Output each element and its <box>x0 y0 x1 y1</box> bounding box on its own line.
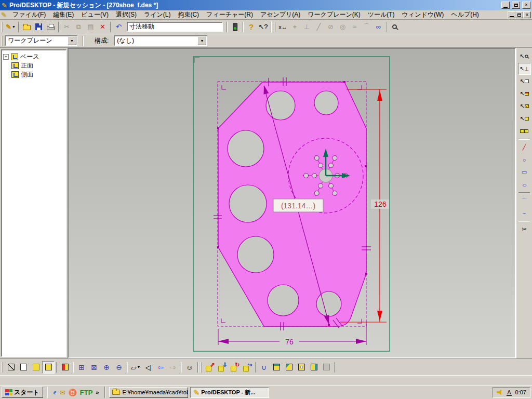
circle-tool-button[interactable]: ○ <box>518 154 531 166</box>
toolbar-grip[interactable] <box>274 22 275 32</box>
mold-feature-button[interactable]: ∪ <box>258 361 270 374</box>
tree-item-side[interactable]: 側面 <box>3 70 64 79</box>
restore-button[interactable] <box>512 2 520 9</box>
close-button[interactable]: × <box>522 2 530 9</box>
task-button-prodesktop[interactable]: ✎ Pro/DESKTOP - 新... <box>190 387 269 398</box>
draft-face-button[interactable] <box>308 361 320 374</box>
minimize-button[interactable] <box>501 2 510 9</box>
task-button-explorer[interactable]: E:¥home¥maeda¥cad¥rob... <box>109 387 188 398</box>
rectangle-tool-button[interactable]: ▭ <box>518 166 531 178</box>
mail-icon[interactable]: ✉ <box>60 389 65 396</box>
menu-view[interactable]: ビュー(V) <box>77 10 112 20</box>
display-section-button[interactable] <box>59 361 71 374</box>
hole-3[interactable] <box>228 130 264 167</box>
mdi-minimize-button[interactable] <box>508 11 515 18</box>
menu-file[interactable]: ファイル(F) <box>9 10 49 20</box>
display-shaded-button[interactable] <box>30 361 42 374</box>
arc-tool-button[interactable]: ⌒ <box>518 195 531 207</box>
select-components-button[interactable] <box>518 125 531 137</box>
display-wireframe-button[interactable] <box>5 361 17 374</box>
chevron-down-icon[interactable]: ▼ <box>68 36 76 45</box>
tree-item-base[interactable]: + ベース <box>3 52 64 61</box>
menu-window[interactable]: ウィンドウ(W) <box>398 10 448 20</box>
render-photo-button[interactable]: ☺ <box>183 361 196 374</box>
quick-launch-overflow-chevron[interactable]: » <box>96 389 99 395</box>
select-faces-button[interactable]: ↖ <box>518 88 531 100</box>
select-workplanes-button[interactable]: ↖ <box>518 75 531 87</box>
ime-indicator[interactable]: A <box>507 389 511 396</box>
interference-check-button[interactable] <box>229 21 241 33</box>
revolve-feature-button[interactable]: ↻ <box>229 361 241 374</box>
ellipse-tool-button[interactable]: ○ <box>518 179 531 191</box>
help-button[interactable]: ? <box>245 21 257 33</box>
expander-plus-icon[interactable]: + <box>3 54 9 60</box>
menu-constraint[interactable]: 拘束(C) <box>174 10 203 20</box>
print-button[interactable] <box>45 21 57 33</box>
line-tool-button[interactable]: ╱ <box>518 141 531 153</box>
chevron-down-icon[interactable]: ▼ <box>137 365 140 369</box>
zoom-tool-button[interactable] <box>389 21 401 33</box>
width-dimension-value[interactable]: 76 <box>285 338 294 346</box>
chamfer-edges-button[interactable] <box>283 361 295 374</box>
internet-explorer-icon[interactable]: e <box>54 388 57 396</box>
height-dimension-value[interactable]: 126 <box>374 200 387 208</box>
spline-tool-button[interactable]: ~ <box>518 207 531 219</box>
display-shaded-edges-button[interactable] <box>42 361 55 374</box>
toolbar-grip[interactable] <box>2 362 3 373</box>
extrude-feature-button[interactable]: ⇗ <box>204 361 216 374</box>
undo-button[interactable]: ↶ <box>113 21 125 33</box>
delete-button[interactable]: ✕ <box>97 21 109 33</box>
start-button[interactable]: スタート <box>2 387 43 398</box>
bull-app-icon[interactable]: ♉ <box>69 389 77 396</box>
menu-help[interactable]: ヘルプ(H) <box>447 10 483 20</box>
toolbar-grip[interactable] <box>2 36 3 46</box>
menu-feature[interactable]: フィーチャー(R) <box>203 10 257 20</box>
volume-icon[interactable] <box>497 390 503 395</box>
toolbar-grip[interactable] <box>201 362 202 373</box>
hole-6[interactable] <box>268 285 299 316</box>
ftp-icon[interactable]: FTP <box>80 389 93 396</box>
trim-tool-button[interactable]: ✂ <box>518 223 531 235</box>
configuration-combobox[interactable]: (なし) ▼ <box>114 35 207 46</box>
dimension-tool-button[interactable]: x↔ <box>277 21 289 33</box>
new-design-button[interactable]: ✎ ▼ <box>5 21 17 33</box>
select-solids-button[interactable]: ↖ <box>518 100 531 112</box>
hole-2[interactable] <box>314 91 338 115</box>
mdi-close-button[interactable]: × <box>523 11 531 18</box>
menu-assembly[interactable]: アセンブリ(A) <box>257 10 304 20</box>
hole-7[interactable] <box>316 291 341 316</box>
project-feature-button[interactable]: ⇩ <box>216 361 229 374</box>
sweep-feature-button[interactable]: ↪ <box>241 361 254 374</box>
look-at-button[interactable]: ◁ <box>142 361 154 374</box>
mdi-restore-button[interactable] <box>515 11 523 18</box>
select-lines-button[interactable]: ↖⊥ <box>518 63 531 75</box>
menu-edit[interactable]: 編集(E) <box>49 10 77 20</box>
menu-workplane[interactable]: ワークプレーン(K) <box>304 10 364 20</box>
display-hidden-line-button[interactable] <box>17 361 30 374</box>
shell-solid-button[interactable] <box>295 361 308 374</box>
tree-item-front[interactable]: 正面 <box>3 61 64 70</box>
save-button[interactable] <box>33 21 45 33</box>
menu-line[interactable]: ライン(L) <box>140 10 175 20</box>
document-icon[interactable]: ✎ <box>1 11 7 19</box>
drawing-canvas[interactable]: (131.14…) 126 76 <box>68 48 516 358</box>
constraint-link-button[interactable]: ∞ <box>373 21 384 33</box>
command-status-field[interactable] <box>127 22 223 32</box>
menu-select[interactable]: 選択(S) <box>112 10 140 20</box>
select-designs-button[interactable]: ↖ <box>518 50 531 62</box>
zoom-out-button[interactable]: ⊖ <box>113 361 125 374</box>
view-onto-workplane-button[interactable]: ▱▼ <box>129 361 142 374</box>
workplane-combobox[interactable]: ワークプレーン ▼ <box>5 35 77 46</box>
hole-5[interactable] <box>237 236 274 273</box>
zoom-selected-button[interactable]: ⊠ <box>88 361 100 374</box>
chevron-down-icon[interactable]: ▼ <box>197 36 206 45</box>
context-help-button[interactable]: ↖? <box>257 21 269 33</box>
round-edges-button[interactable] <box>270 361 283 374</box>
reference-dimension-value[interactable]: (131.14…) <box>281 202 315 210</box>
hole-4[interactable] <box>229 185 267 222</box>
view-back-button[interactable]: ⇦ <box>154 361 167 374</box>
open-button[interactable] <box>21 21 33 33</box>
zoom-fit-button[interactable]: ⊞ <box>75 361 88 374</box>
hole-1[interactable] <box>266 91 295 120</box>
toolbar-grip[interactable] <box>2 22 3 32</box>
